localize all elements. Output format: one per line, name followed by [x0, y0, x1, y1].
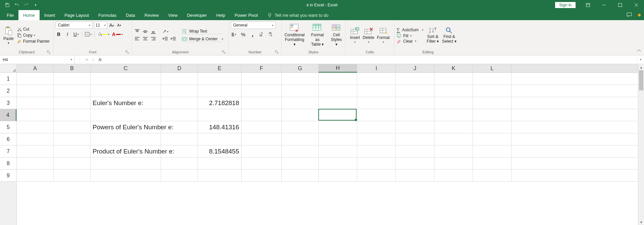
expand-formula-bar-icon[interactable]: ▾ — [637, 55, 644, 64]
cell-B2[interactable] — [54, 85, 91, 97]
save-icon[interactable] — [4, 2, 11, 8]
increase-decimal-icon[interactable]: ←0.00 — [259, 31, 265, 38]
cell-H4[interactable] — [319, 109, 357, 121]
clear-button[interactable]: Clear▾ — [396, 39, 423, 44]
maximize-icon[interactable] — [612, 0, 628, 10]
close-icon[interactable] — [629, 0, 644, 10]
row-header-4[interactable]: 4 — [0, 109, 16, 121]
cell-G3[interactable] — [282, 97, 319, 109]
cell-D6[interactable] — [161, 133, 198, 145]
cell-B6[interactable] — [54, 133, 91, 145]
dialog-launcher-icon[interactable] — [125, 50, 129, 54]
cell-A3[interactable] — [17, 97, 54, 109]
cell-I9[interactable] — [357, 170, 396, 182]
cell-H9[interactable] — [319, 170, 357, 182]
redo-icon[interactable] — [23, 2, 30, 8]
cell-H5[interactable] — [319, 121, 357, 133]
cell-L9[interactable] — [473, 170, 512, 182]
cell-H3[interactable] — [319, 97, 357, 109]
column-header-E[interactable]: E — [198, 64, 241, 73]
cell-A8[interactable] — [17, 158, 54, 170]
name-box[interactable]: H4 ▾ — [0, 55, 74, 64]
column-header-D[interactable]: D — [161, 64, 198, 73]
cell-A7[interactable] — [17, 145, 54, 158]
cell-J2[interactable] — [396, 85, 434, 97]
decrease-font-icon[interactable]: A▾ — [116, 22, 122, 28]
dialog-launcher-icon[interactable] — [275, 50, 279, 54]
increase-indent-icon[interactable] — [170, 36, 176, 42]
row-header-7[interactable]: 7 — [0, 145, 16, 158]
cell-H7[interactable] — [319, 145, 357, 158]
cell-C2[interactable] — [91, 85, 161, 97]
cell-F1[interactable] — [241, 73, 282, 85]
cell-L1[interactable] — [473, 73, 512, 85]
format-painter-button[interactable]: Format Painter — [17, 39, 50, 44]
cell-K8[interactable] — [434, 158, 473, 170]
cell-C4[interactable] — [91, 109, 161, 121]
column-header-C[interactable]: C — [91, 64, 161, 73]
insert-function-icon[interactable]: fx — [99, 57, 102, 62]
cell-F8[interactable] — [241, 158, 282, 170]
cell-D2[interactable] — [161, 85, 198, 97]
paste-button[interactable]: Paste ▾ — [2, 26, 15, 45]
column-header-K[interactable]: K — [434, 64, 473, 73]
decrease-indent-icon[interactable] — [162, 36, 168, 42]
cell-H2[interactable] — [319, 85, 357, 97]
cell-I4[interactable] — [357, 109, 396, 121]
cell-styles-button[interactable]: CellStyles ▾ — [329, 24, 343, 47]
cell-H1[interactable] — [319, 73, 357, 85]
insert-cells-button[interactable]: Insert▾ — [350, 27, 360, 44]
borders-button[interactable]: ▾ — [85, 31, 92, 38]
cell-D3[interactable] — [161, 97, 198, 109]
cell-A6[interactable] — [17, 133, 54, 145]
cell-K1[interactable] — [434, 73, 473, 85]
align-bottom-icon[interactable] — [150, 29, 156, 34]
align-top-icon[interactable] — [134, 29, 140, 34]
cell-K7[interactable] — [434, 145, 473, 158]
cell-G1[interactable] — [282, 73, 319, 85]
fill-button[interactable]: Fill▾ — [396, 34, 423, 38]
cell-I8[interactable] — [357, 158, 396, 170]
scroll-up-icon[interactable]: ▴ — [638, 64, 644, 70]
cell-J4[interactable] — [396, 109, 434, 121]
tab-page-layout[interactable]: Page Layout — [60, 10, 94, 20]
cell-D9[interactable] — [161, 170, 198, 182]
cell-E5[interactable]: 148.41316 — [198, 121, 241, 133]
cell-J5[interactable] — [396, 121, 434, 133]
cell-L6[interactable] — [473, 133, 512, 145]
cell-F6[interactable] — [241, 133, 282, 145]
cell-L8[interactable] — [473, 158, 512, 170]
cell-B1[interactable] — [54, 73, 91, 85]
cell-L3[interactable] — [473, 97, 512, 109]
cell-L2[interactable] — [473, 85, 512, 97]
font-color-button[interactable]: A▾ — [112, 31, 123, 38]
cell-E1[interactable] — [198, 73, 241, 85]
sign-in-button[interactable]: Sign in — [555, 2, 576, 8]
row-header-2[interactable]: 2 — [0, 85, 16, 97]
cell-K4[interactable] — [434, 109, 473, 121]
cell-F2[interactable] — [241, 85, 282, 97]
row-header-3[interactable]: 3 — [0, 97, 16, 109]
tell-me-search[interactable]: Tell me what you want to do — [267, 10, 328, 20]
cell-A5[interactable] — [17, 121, 54, 133]
find-select-button[interactable]: Find &Select ▾ — [442, 27, 457, 44]
cell-F3[interactable] — [241, 97, 282, 109]
increase-font-icon[interactable]: A▴ — [109, 22, 115, 28]
column-header-G[interactable]: G — [282, 64, 319, 73]
column-header-J[interactable]: J — [396, 64, 434, 73]
delete-cells-button[interactable]: Delete▾ — [363, 27, 374, 44]
column-header-B[interactable]: B — [54, 64, 91, 73]
cell-E6[interactable] — [198, 133, 241, 145]
cell-A1[interactable] — [17, 73, 54, 85]
align-right-icon[interactable] — [150, 36, 156, 42]
cell-B7[interactable] — [54, 145, 91, 158]
cell-I1[interactable] — [357, 73, 396, 85]
cell-I7[interactable] — [357, 145, 396, 158]
scroll-thumb[interactable] — [639, 70, 643, 90]
cell-C7[interactable]: Product of Euler's Number e: — [91, 145, 161, 158]
cell-A4[interactable] — [17, 109, 54, 121]
cell-I2[interactable] — [357, 85, 396, 97]
cell-E2[interactable] — [198, 85, 241, 97]
cell-B4[interactable] — [54, 109, 91, 121]
cell-C3[interactable]: Euler's Number e: — [91, 97, 161, 109]
